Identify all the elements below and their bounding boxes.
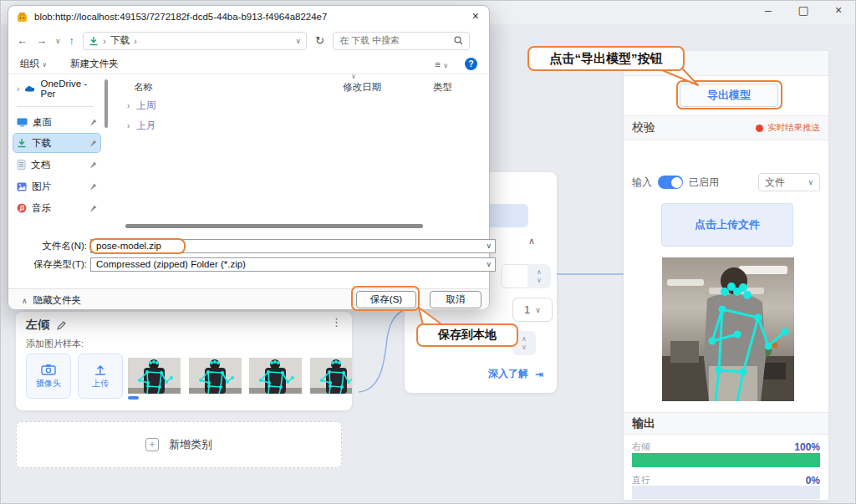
callout-tails (1, 1, 856, 504)
callout-text: 点击“导出模型”按钮 (550, 51, 663, 67)
callout-text: 保存到本地 (438, 328, 497, 343)
callout-export-tip: 点击“导出模型”按钮 (527, 46, 685, 71)
callout-save-tip: 保存到本地 (416, 323, 518, 347)
screen: – ▢ × 导出模型 校验 实时结果推送 输入 已启用 文件 ∨ 点击上传文件 (0, 0, 856, 504)
